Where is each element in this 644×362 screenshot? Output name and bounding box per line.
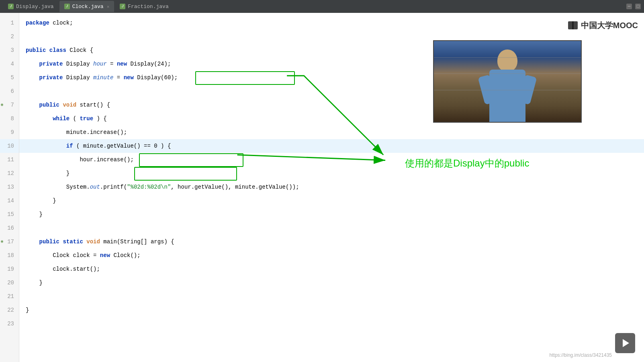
- title-bar: J Display.java J Clock.java ✕ J Fraction…: [0, 0, 644, 13]
- line-num-22: 22: [0, 303, 19, 317]
- tab-icon-clock: J: [64, 4, 70, 9]
- line-num-7: ◉7: [0, 98, 19, 112]
- window-controls: ─ □: [626, 4, 641, 9]
- tab-clock-java[interactable]: J Clock.java ✕: [59, 1, 114, 12]
- code-line-14: }: [19, 194, 644, 208]
- line-num-6: 6: [0, 84, 19, 98]
- code-line-15: }: [19, 208, 644, 221]
- code-line-18: Clock clock = new Clock();: [19, 249, 644, 262]
- line-num-15: 15: [0, 208, 19, 221]
- code-line-23: [19, 317, 644, 331]
- tab-label-display: Display.java: [16, 4, 54, 10]
- code-line-20: }: [19, 276, 644, 290]
- line-num-16: 16: [0, 221, 19, 235]
- line-num-3: 3: [0, 43, 19, 57]
- tab-label-fraction: Fraction.java: [128, 4, 168, 10]
- line-num-14: 14: [0, 194, 19, 208]
- line-num-4: 4: [0, 57, 19, 71]
- tab-icon-display: J: [8, 4, 14, 9]
- line-num-13: 13: [0, 180, 19, 194]
- url-bar: https://bing.im/class/3421435: [550, 352, 612, 358]
- code-line-16: [19, 221, 644, 235]
- maximize-button[interactable]: □: [635, 4, 641, 9]
- line-num-2: 2: [0, 30, 19, 43]
- line-num-9: 9: [0, 125, 19, 139]
- mooc-logo: 中国大学MOOC: [566, 20, 638, 31]
- line-num-8: 8: [0, 112, 19, 125]
- video-overlay: [433, 40, 582, 123]
- mooc-book-icon: [566, 21, 579, 31]
- code-line-12: }: [19, 167, 644, 180]
- mooc-text: 中国大学MOOC: [581, 20, 638, 31]
- svg-rect-3: [572, 21, 574, 29]
- video-content: [434, 41, 581, 122]
- code-line-17: public static void main(String[] args) {: [19, 235, 644, 249]
- tab-display-java[interactable]: J Display.java: [3, 1, 59, 12]
- play-button[interactable]: [615, 333, 635, 353]
- line-num-1: 1: [0, 16, 19, 30]
- tab-fraction-java[interactable]: J Fraction.java: [115, 1, 173, 12]
- code-line-21: [19, 290, 644, 303]
- line-num-18: 18: [0, 249, 19, 262]
- code-line-9: minute.increase();: [19, 125, 644, 139]
- line-num-20: 20: [0, 276, 19, 290]
- line-num-19: 19: [0, 262, 19, 276]
- tab-close-clock[interactable]: ✕: [107, 4, 110, 9]
- line-num-17: ◉17: [0, 235, 19, 249]
- tab-icon-fraction: J: [120, 4, 125, 9]
- code-line-11: hour.increase();: [19, 153, 644, 167]
- line-num-12: 12: [0, 167, 19, 180]
- code-line-22: }: [19, 303, 644, 317]
- tab-label-clock: Clock.java: [72, 4, 104, 10]
- minimize-button[interactable]: ─: [626, 4, 632, 9]
- code-line-13: System.out.printf("%02d:%02d\n", hour.ge…: [19, 180, 644, 194]
- line-numbers: 1 2 3 4 5 6 ◉7 8 9 10 11 12 13 14 15 16 …: [0, 13, 19, 362]
- line-num-23: 23: [0, 317, 19, 331]
- line-num-5: 5: [0, 71, 19, 84]
- line-num-11: 11: [0, 153, 19, 167]
- line-num-10: 10: [0, 139, 19, 153]
- code-line-19: clock.start();: [19, 262, 644, 276]
- play-triangle-icon: [623, 339, 629, 347]
- line-num-21: 21: [0, 290, 19, 303]
- code-line-1: package clock;: [19, 16, 644, 30]
- code-line-10: if ( minute.getValue() == 0 ) {: [19, 139, 644, 153]
